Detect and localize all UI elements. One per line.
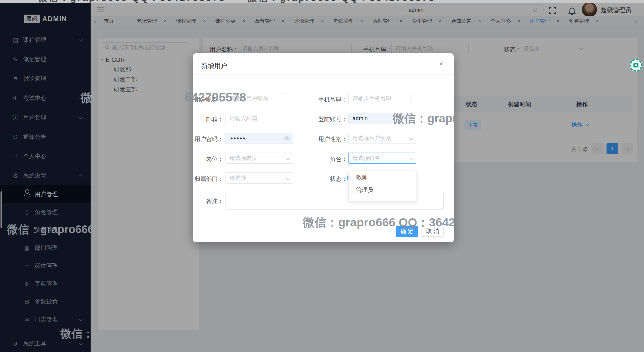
- chevron-down-icon: [286, 176, 290, 180]
- phone-input[interactable]: 请输入手机号码: [348, 93, 410, 104]
- gender-select[interactable]: 请选择用户性别: [348, 133, 416, 144]
- department-label: 归属部门：: [194, 175, 223, 183]
- role-option[interactable]: 管理员: [349, 184, 416, 196]
- password-input[interactable]: •••••: [225, 133, 293, 144]
- dialog-close-icon[interactable]: ×: [439, 60, 443, 67]
- chevron-down-icon: [286, 156, 290, 160]
- phone-label: 手机号码：: [312, 96, 347, 103]
- remark-label: 备注：: [194, 197, 223, 205]
- gender-label: 用户性别：: [312, 135, 347, 143]
- account-input[interactable]: admin: [348, 113, 410, 124]
- nickname-input[interactable]: 请输入用户昵称: [225, 93, 287, 104]
- chevron-up-icon: [409, 157, 413, 162]
- dialog-header-divider: [193, 75, 454, 75]
- chevron-down-icon: [409, 136, 413, 140]
- eye-icon[interactable]: [284, 135, 290, 141]
- email-label: 邮箱：: [194, 115, 223, 123]
- post-select[interactable]: 请选择岗位: [225, 153, 293, 164]
- confirm-button[interactable]: 确 定: [396, 226, 418, 237]
- role-dropdown-panel: 教师 管理员: [348, 171, 417, 201]
- department-select[interactable]: 请选择: [225, 172, 293, 184]
- add-user-dialog: 新增用户 × 用户昵称： 请输入用户昵称 手机号码： 请输入手机号码 邮箱： 请…: [193, 53, 454, 242]
- status-label: 状态：: [312, 175, 347, 183]
- email-input[interactable]: 请输入邮箱: [225, 113, 287, 124]
- seal-float-widget[interactable]: [630, 59, 642, 72]
- role-label: 角色：: [312, 155, 347, 163]
- post-label: 岗位：: [194, 155, 223, 163]
- role-option[interactable]: 教师: [349, 171, 416, 184]
- cancel-button[interactable]: 取 消: [422, 226, 444, 237]
- password-label: 用户密码：: [194, 135, 223, 143]
- app-root: 黑码 ADMIN ▤ 课程管理 ✎ 笔记管理 ⚑ 讨论管理 ✈: [0, 0, 644, 352]
- role-select[interactable]: 请选择角色: [348, 153, 416, 164]
- dialog-title: 新增用户: [201, 61, 227, 70]
- nickname-label: 用户昵称：: [194, 96, 223, 103]
- account-label: 登陆账号：: [312, 115, 347, 123]
